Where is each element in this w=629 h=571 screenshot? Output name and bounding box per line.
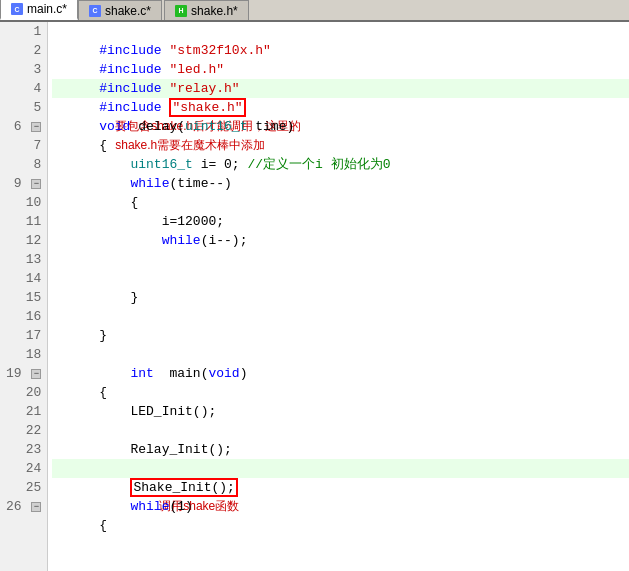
tab-icon-h: H (175, 5, 187, 17)
ln-2: 2 (6, 41, 41, 60)
ln-15: 15 (6, 288, 41, 307)
tab-label-shake-c: shake.c* (105, 4, 151, 18)
ln-7: 7 (6, 136, 41, 155)
ln-12: 12 (6, 231, 41, 250)
ln-3: 3 (6, 60, 41, 79)
ln-11: 11 (6, 212, 41, 231)
annotation-line-5: shake.h需要在魔术棒中添加 (115, 138, 265, 152)
code-line-15 (52, 288, 629, 307)
fold-icon-9[interactable]: − (31, 179, 41, 189)
code-line-20: LED_Init(); (52, 383, 629, 402)
editor: 1 2 3 4 5 6 − 7 8 9 − 10 11 12 13 14 15 … (0, 22, 629, 571)
ln-21: 21 (6, 402, 41, 421)
ln-5: 5 (6, 98, 41, 117)
ln-14: 14 (6, 269, 41, 288)
tab-icon-c: C (11, 3, 23, 15)
tab-label-main-c: main.c* (27, 2, 67, 16)
ln-10: 10 (6, 193, 41, 212)
ln-9: 9 − (6, 174, 41, 193)
kw-include-1: #include (99, 43, 161, 58)
fold-icon-26[interactable]: − (31, 502, 41, 512)
ln-8: 8 (6, 155, 41, 174)
ln-4: 4 (6, 79, 41, 98)
code-line-22: Relay_Init(); (52, 421, 629, 440)
ln-23: 23 (6, 440, 41, 459)
ln-19: 19 − (6, 364, 41, 383)
tab-label-shake-h: shake.h* (191, 4, 238, 18)
code-line-16: } (52, 307, 629, 326)
code-area[interactable]: #include "stm32f10x.h" #include "led.h" … (48, 22, 629, 571)
fold-icon-19[interactable]: − (31, 369, 41, 379)
ln-24: 24 (6, 459, 41, 478)
ln-17: 17 (6, 326, 41, 345)
ln-22: 22 (6, 421, 41, 440)
ln-1: 1 (6, 22, 41, 41)
code-line-10: i=12000; (52, 193, 629, 212)
code-line-18: int main(void) (52, 345, 629, 364)
fold-icon-6[interactable]: − (31, 122, 41, 132)
ln-25: 25 (6, 478, 41, 497)
tab-icon-c2: C (89, 5, 101, 17)
ln-26: 26 − (6, 497, 41, 516)
code-line-17 (52, 326, 629, 345)
ln-20: 20 (6, 383, 41, 402)
tab-bar: C main.c* C shake.c* H shake.h* (0, 0, 629, 22)
ln-13: 13 (6, 250, 41, 269)
code-line-24: Shake_Init(); 调用shake函数 (52, 459, 629, 478)
tab-shake-c[interactable]: C shake.c* (78, 0, 162, 20)
ln-6: 6 − (6, 117, 41, 136)
ln-18: 18 (6, 345, 41, 364)
tab-main-c[interactable]: C main.c* (0, 0, 78, 20)
tab-shake-h[interactable]: H shake.h* (164, 0, 249, 20)
red-box-shake-init: Shake_Init(); (130, 478, 237, 497)
ln-16: 16 (6, 307, 41, 326)
code-line-1: #include "stm32f10x.h" (52, 22, 629, 41)
line-numbers: 1 2 3 4 5 6 − 7 8 9 − 10 11 12 13 14 15 … (0, 22, 48, 571)
code-line-14: } (52, 269, 629, 288)
code-line-13 (52, 250, 629, 269)
red-box-shake-h: "shake.h" (169, 98, 245, 117)
